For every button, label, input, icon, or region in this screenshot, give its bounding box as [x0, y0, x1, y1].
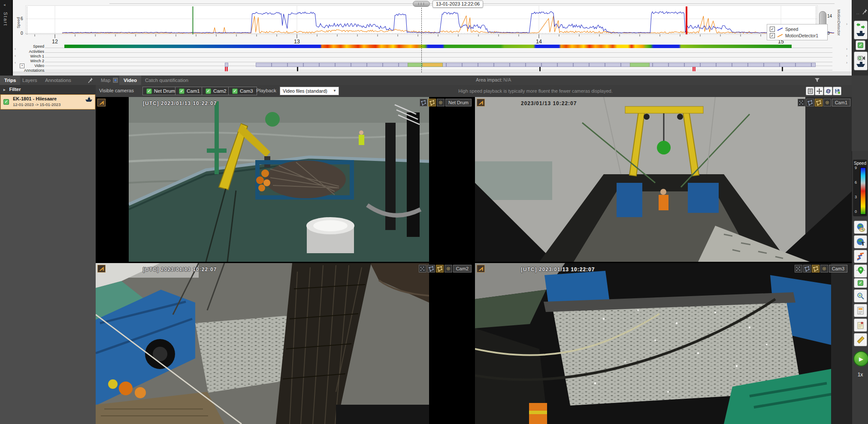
- polygon-active-icon[interactable]: [436, 265, 444, 273]
- gear-icon[interactable]: [820, 265, 828, 273]
- video-track-expander[interactable]: +: [20, 64, 24, 68]
- left-rail: ◂ Start: [0, 0, 13, 76]
- tab-video[interactable]: Video: [119, 76, 141, 85]
- tab-trips[interactable]: Trips: [0, 76, 20, 85]
- dots-icon[interactable]: [419, 265, 426, 273]
- map-labels-button[interactable]: T: [854, 235, 867, 248]
- camera-toggle-label: Cam1: [187, 88, 200, 94]
- cam2-video-frame: [96, 263, 429, 424]
- pin-icon[interactable]: [88, 77, 93, 83]
- tab-annotations[interactable]: Annotations: [41, 76, 76, 85]
- map-panel-icon[interactable]: [113, 78, 118, 83]
- measure-triangle-icon[interactable]: [477, 265, 485, 273]
- report-button[interactable]: [854, 304, 867, 317]
- track-label-activities: Activities: [27, 49, 44, 54]
- polygon-icon[interactable]: [420, 99, 427, 106]
- video-timestamp: 2023/01/13 10:22:07: [521, 100, 577, 106]
- video-grid: [UTC] 2023/01/13 10:22:07 Net Drum: [96, 97, 852, 424]
- track-label-winch1: Winch 1: [27, 54, 44, 58]
- playback-mode-dropdown[interactable]: Video files (standard) ▼: [280, 87, 339, 95]
- camera-name-label: Cam3: [829, 265, 847, 273]
- gear-icon[interactable]: [823, 99, 831, 106]
- camera-name-label: Cam1: [832, 99, 850, 106]
- playback-label: Playback: [256, 88, 276, 93]
- ship-icon: [85, 97, 93, 102]
- lane-expand-icon[interactable]: ›: [846, 22, 847, 26]
- lane-collapse-icon[interactable]: ‹: [15, 61, 16, 65]
- area-impact-label: Area impact:: [476, 77, 502, 82]
- polygon-icon[interactable]: [806, 99, 814, 106]
- speed-tick-9: 9: [855, 166, 860, 170]
- tile-controls: Cam3: [795, 265, 847, 273]
- checkbox-icon: ✓: [232, 88, 238, 94]
- ruler-button[interactable]: [854, 333, 867, 346]
- dock-grip[interactable]: ..: [856, 10, 860, 15]
- video-trip-button[interactable]: [854, 51, 868, 70]
- trip-dates: 12-01-2023 -> 15-01-2023: [13, 102, 60, 107]
- playhead-handle[interactable]: [413, 1, 430, 7]
- track-route-button[interactable]: [854, 250, 867, 263]
- netdrum-video-frame: [129, 97, 429, 262]
- move-icon[interactable]: [815, 87, 823, 95]
- funnel-icon[interactable]: [814, 77, 820, 83]
- search-button[interactable]: [854, 289, 867, 303]
- lane-expand-icon[interactable]: ›: [846, 47, 847, 51]
- left-panel: Trips Layers Annotations ▸ Filter ✓ EK-1…: [0, 76, 96, 424]
- layout-list-icon[interactable]: [806, 87, 814, 95]
- tile-controls: Cam2: [419, 265, 472, 273]
- lane-collapse-icon[interactable]: ‹: [15, 54, 16, 58]
- polygon-active-icon[interactable]: [812, 265, 820, 273]
- poi-pin-button[interactable]: [854, 264, 867, 278]
- video-timestamp: [UTC] 2023/01/13 10:22:07: [143, 267, 217, 273]
- measure-triangle-icon[interactable]: [97, 265, 106, 273]
- camera-toggle-cam2[interactable]: ✓ Cam2: [202, 87, 230, 95]
- checkbox-icon: ✓: [206, 88, 211, 94]
- start-tab[interactable]: ◂ Start: [0, 0, 12, 76]
- video-tile-cam3[interactable]: [UTC] 2023/01/13 10:22:07 Cam3: [475, 263, 852, 424]
- filter-row[interactable]: ▸ Filter: [0, 85, 96, 94]
- trip-checkbox[interactable]: ✓: [3, 99, 9, 105]
- trip-export-button[interactable]: [854, 21, 868, 39]
- track-label-speed: Speed: [27, 44, 44, 48]
- tab-map[interactable]: Map: [97, 76, 115, 85]
- measure-triangle-icon[interactable]: [97, 99, 106, 106]
- polygon-active-icon[interactable]: [815, 99, 823, 106]
- video-tile-cam2[interactable]: [UTC] 2023/01/13 10:22:07 Cam2: [96, 263, 473, 424]
- trip-item[interactable]: ✓ EK-1801 - Hiiesaare 12-01-2023 -> 15-0…: [0, 94, 95, 109]
- lane-expand-icon[interactable]: ›: [846, 54, 847, 58]
- save-icon[interactable]: [833, 87, 841, 95]
- polygon-active-icon[interactable]: [428, 99, 436, 106]
- measure-triangle-icon[interactable]: [477, 99, 485, 106]
- map-style-button[interactable]: [854, 221, 867, 234]
- dots-icon[interactable]: [795, 265, 802, 273]
- lane-expand-icon[interactable]: ›: [846, 61, 847, 65]
- trip-check-button[interactable]: ✓: [856, 40, 865, 50]
- tab-catch-quantification[interactable]: Catch quantification: [141, 76, 193, 85]
- camera-name-label: Net Drum: [445, 99, 472, 106]
- gear-icon[interactable]: [445, 265, 452, 273]
- lane-collapse-icon[interactable]: ‹: [15, 47, 16, 51]
- camera-toggle-netdrum[interactable]: ✓ Net Drum: [142, 87, 179, 95]
- tile-controls: Net Drum: [420, 99, 472, 106]
- timeline-tracks[interactable]: [13, 0, 852, 76]
- poi-check-button[interactable]: ✓: [854, 278, 867, 288]
- tab-layers[interactable]: Layers: [18, 76, 42, 85]
- play-button[interactable]: ▶: [853, 351, 868, 366]
- checkbox-icon: ✓: [179, 88, 184, 94]
- polygon-icon[interactable]: [803, 265, 811, 273]
- playhead-cursor-line[interactable]: [421, 6, 422, 73]
- camera-toggle-cam3[interactable]: ✓ Cam3: [228, 87, 257, 95]
- pin-icon[interactable]: [862, 9, 868, 15]
- polygon-icon[interactable]: [427, 265, 435, 273]
- main-area: Map Video Catch quantification Area impa…: [96, 76, 852, 424]
- video-tile-netdrum[interactable]: [UTC] 2023/01/13 10:22:07 Net Drum: [96, 97, 473, 262]
- tile-controls: Cam1: [798, 99, 850, 106]
- video-timestamp: [UTC] 2023/01/13 10:22:07: [521, 267, 595, 273]
- gear-icon[interactable]: [437, 99, 445, 106]
- checkbox-icon: ✓: [146, 88, 152, 94]
- globe-sync-icon[interactable]: [824, 87, 832, 95]
- camera-toggle-cam1[interactable]: ✓ Cam1: [175, 87, 204, 95]
- dots-icon[interactable]: [798, 99, 805, 106]
- notes-button[interactable]: [854, 318, 867, 332]
- video-tile-cam1[interactable]: 2023/01/13 10:22:07 Cam1: [475, 97, 852, 262]
